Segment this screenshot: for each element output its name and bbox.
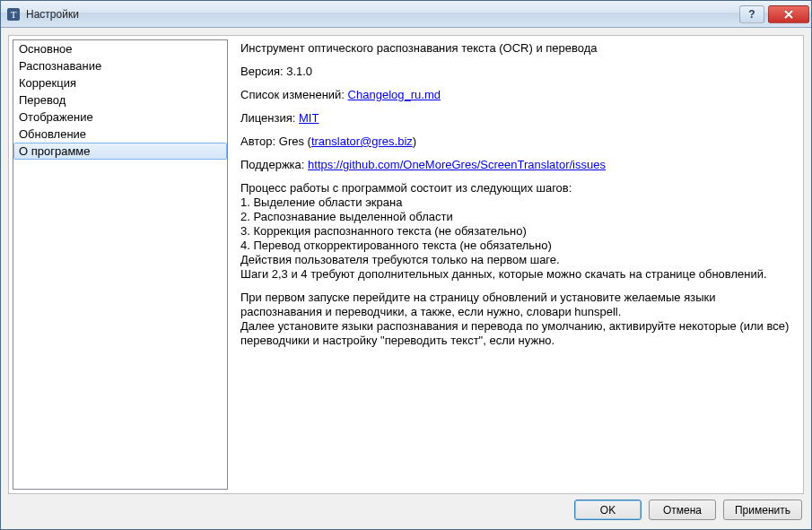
changelog-line: Список изменений: Changelog_ru.md <box>240 88 794 102</box>
ok-button[interactable]: OK <box>574 500 642 520</box>
window-title: Настройки <box>26 8 739 21</box>
firstrun-text: При первом запуске перейдите на страницу… <box>240 291 794 348</box>
titlebar: T Настройки ? <box>1 1 811 28</box>
content-frame: Основное Распознавание Коррекция Перевод… <box>8 35 804 494</box>
support-link[interactable]: https://github.com/OneMoreGres/ScreenTra… <box>308 158 606 171</box>
sidebar-item-update[interactable]: Обновление <box>13 126 227 143</box>
author-line: Автор: Gres (translator@gres.biz) <box>240 135 794 149</box>
dialog-buttons: OK Отмена Применить <box>8 500 804 522</box>
app-icon: T <box>6 7 21 22</box>
apply-button[interactable]: Применить <box>723 500 802 520</box>
sections-list[interactable]: Основное Распознавание Коррекция Перевод… <box>13 39 228 490</box>
sidebar-item-general[interactable]: Основное <box>13 40 227 57</box>
close-button[interactable] <box>768 5 809 23</box>
changelog-link[interactable]: Changelog_ru.md <box>348 88 441 101</box>
help-icon: ? <box>748 8 755 21</box>
settings-window: T Настройки ? Основное Распознавание Кор… <box>0 0 812 530</box>
help-button[interactable]: ? <box>739 5 764 23</box>
sidebar-item-display[interactable]: Отображение <box>13 109 227 126</box>
version-line: Версия: 3.1.0 <box>240 65 794 79</box>
window-controls: ? <box>739 5 809 23</box>
license-link[interactable]: MIT <box>299 111 319 125</box>
sidebar-item-recognition[interactable]: Распознавание <box>13 57 227 74</box>
close-icon <box>783 10 794 19</box>
sidebar-item-translation[interactable]: Перевод <box>13 91 227 109</box>
version-value: 3.1.0 <box>286 65 312 78</box>
svg-text:T: T <box>11 9 17 20</box>
sidebar-item-about[interactable]: О программе <box>13 143 227 160</box>
steps-text: Процесс работы с программой состоит из с… <box>240 181 794 282</box>
about-heading: Инструмент оптического распознавания тек… <box>240 41 794 56</box>
cancel-button[interactable]: Отмена <box>649 500 716 520</box>
client-area: Основное Распознавание Коррекция Перевод… <box>1 28 811 529</box>
sidebar-item-correction[interactable]: Коррекция <box>13 74 227 91</box>
license-line: Лицензия: MIT <box>240 111 794 126</box>
about-page: Инструмент оптического распознавания тек… <box>231 36 803 493</box>
author-link[interactable]: translator@gres.biz <box>311 135 413 148</box>
support-line: Поддержка: https://github.com/OneMoreGre… <box>240 158 794 172</box>
